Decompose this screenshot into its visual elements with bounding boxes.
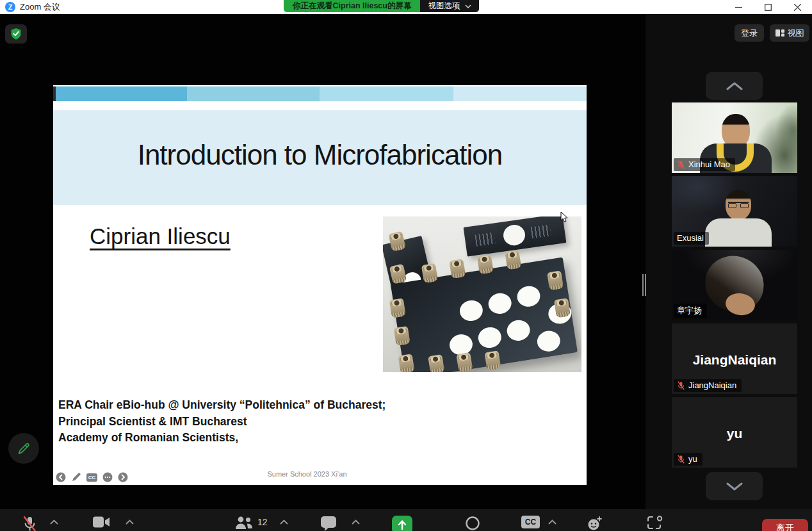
affiliation-line-2: Principal Scientist & IMT Bucharest [58,414,386,430]
share-arrow-icon [398,519,407,530]
video-tile[interactable]: Xinhui Mao [672,102,797,173]
record-button[interactable] [465,516,480,531]
view-options-button[interactable]: 视图选项 [420,0,479,12]
reactions-smiley-icon [587,516,603,531]
close-button[interactable] [783,0,812,14]
next-slide-icon [118,472,128,482]
presenter-name: Ciprian Iliescu [90,224,231,249]
stripe-2 [187,86,320,101]
captions-options-chevron[interactable] [548,519,556,525]
meeting-toolbar: 12 CC 离开 [0,509,812,531]
participants-count: 12 [257,517,268,527]
prev-slide-icon [56,472,66,482]
minimize-button[interactable] [724,0,753,14]
affiliation-text: ERA Chair eBio-hub @ University “Politeh… [58,397,386,446]
reactions-button[interactable] [587,516,603,531]
view-grid-icon [775,29,784,37]
participants-button[interactable] [234,516,254,531]
affiliation-line-3: Academy of Romanian Scientists, [58,430,386,446]
slide-nav-controls: CC [56,472,128,482]
slide-footer-text: Sumer School 2023 Xi’an [53,470,561,478]
panel-resize-handle[interactable] [642,274,647,296]
stripe-4 [453,86,587,101]
chevron-down-icon [465,4,471,8]
maximize-button[interactable] [753,0,783,14]
video-options-chevron[interactable] [126,519,134,525]
chat-icon [320,516,337,531]
more-options-icon [102,472,113,482]
camera-icon [92,516,110,528]
participant-name-label: Xinhui Mao [674,158,735,171]
chevron-up-icon [726,82,743,90]
slide-title: Introduction to Microfabrication [53,139,587,171]
annotate-button[interactable] [8,433,39,464]
slide-header-stripes [53,86,587,101]
chat-button[interactable] [320,516,337,531]
video-tile[interactable]: 章宇扬 [672,250,797,320]
participant-display-name: yu [672,426,797,441]
window-controls [724,0,812,14]
view-options-label: 视图选项 [428,1,460,12]
pen-icon [71,472,81,482]
participant-name-label: yu [674,453,702,466]
mouse-cursor [560,211,569,223]
affiliation-line-1: ERA Chair eBio-hub @ University “Politeh… [58,397,386,414]
participant-face [722,114,750,147]
zoom-meeting-window: Z Zoom 会议 你正在观看Ciprian Iliescu的屏幕 视图选项 [0,0,812,531]
participant-glasses [728,202,749,207]
zoom-logo-icon: Z [5,2,15,12]
mic-muted-icon [22,516,37,531]
security-shield-icon [10,28,22,40]
stripe-3 [320,86,453,101]
strip-scroll-down-button[interactable] [706,472,763,500]
mute-button[interactable] [22,516,37,531]
pencil-icon [17,441,31,455]
chevron-down-icon [726,482,743,491]
apps-button[interactable] [647,516,663,531]
participant-name-label: 章宇扬 [674,304,707,318]
stripe-1 [53,86,187,101]
participant-body [705,218,772,247]
record-icon [465,516,480,531]
shared-slide: Introduction to Microfabrication Ciprian… [53,85,587,485]
login-label: 登录 [741,28,758,39]
video-button[interactable] [92,516,110,528]
captions-button[interactable]: CC [521,516,540,528]
participants-options-chevron[interactable] [280,519,288,525]
share-screen-button[interactable] [392,516,412,531]
participants-icon [234,516,254,531]
leave-meeting-button[interactable]: 离开 [762,519,808,531]
mic-muted-icon [677,455,685,464]
chat-options-chevron[interactable] [352,519,360,525]
mic-muted-icon [677,160,685,169]
banner-text: 你正在观看Ciprian Iliescu的屏幕 [284,0,420,12]
microfluidic-device-photo [383,216,581,372]
slide-edge-accent [53,86,56,101]
window-title: Zoom 会议 [20,1,60,13]
mic-muted-icon [677,381,685,390]
watching-screen-banner: 你正在观看Ciprian Iliescu的屏幕 视图选项 [284,0,479,12]
video-tile[interactable]: yu yu [672,397,797,468]
view-button[interactable]: 视图 [770,24,809,42]
video-tile[interactable]: Exusiai [672,176,797,247]
login-button[interactable]: 登录 [735,24,764,42]
meeting-info-button[interactable] [5,24,27,44]
participant-name-label: JiangNaiqian [674,379,742,392]
capture-frame-icon [647,516,663,531]
mic-options-chevron[interactable] [50,519,58,525]
participant-name-label: Exusiai [674,232,709,245]
participant-display-name: JiangNaiqian [672,352,797,368]
view-label: 视图 [788,28,804,39]
slide-cc-icon: CC [86,473,97,482]
strip-scroll-up-button[interactable] [706,72,763,100]
video-tile[interactable]: JiangNaiqian JiangNaiqian [672,323,797,394]
